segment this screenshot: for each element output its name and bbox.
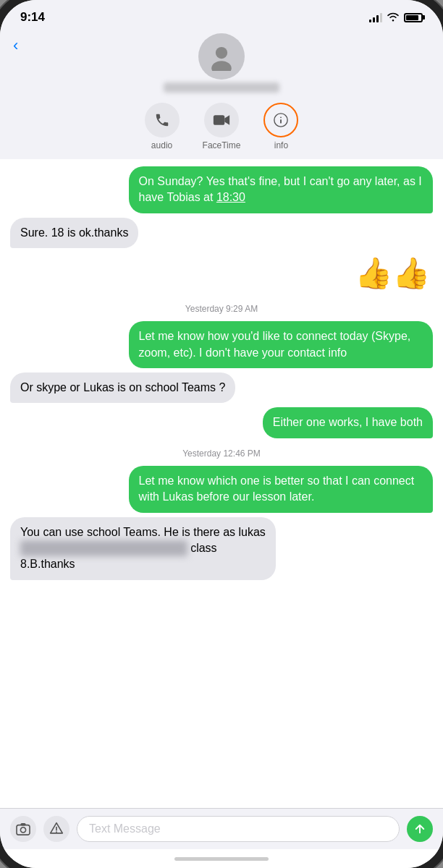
messages-area: On Sunday? Yes that's fine, but I can't …	[0, 159, 443, 808]
received-message-2: Or skype or Lukas is on school Teams ?	[10, 373, 235, 403]
app-store-button[interactable]	[43, 816, 69, 842]
svg-point-4	[281, 116, 282, 118]
audio-label: audio	[151, 140, 172, 150]
message-row: Let me know which one is better so that …	[10, 466, 433, 513]
facetime-button[interactable]: FaceTime	[203, 103, 241, 150]
phone-frame: 9:14 ‹	[0, 0, 443, 868]
svg-point-1	[211, 61, 232, 71]
svg-rect-8	[20, 823, 25, 826]
sent-message-1: On Sunday? Yes that's fine, but I can't …	[129, 166, 433, 213]
message-row: Or skype or Lukas is on school Teams ?	[10, 373, 433, 403]
svg-point-0	[216, 47, 227, 59]
timestamp-1: Yesterday 9:29 AM	[10, 304, 433, 314]
contact-name	[164, 82, 279, 93]
svg-point-10	[56, 831, 57, 833]
contact-header: ‹ audio	[0, 29, 443, 159]
msg2-text: Sure. 18 is ok.thanks	[20, 226, 128, 239]
sent-message-2: Let me know how you'd like to connect to…	[129, 321, 433, 368]
contact-actions: audio FaceTime	[145, 103, 299, 150]
signal-bars-icon	[369, 12, 382, 22]
message-row: Either one works, I have both	[10, 407, 433, 438]
svg-point-7	[20, 827, 25, 833]
camera-button[interactable]	[10, 816, 36, 842]
timestamp-2: Yesterday 12:46 PM	[10, 448, 433, 459]
status-bar: 9:14	[0, 0, 443, 29]
svg-rect-6	[17, 825, 30, 835]
audio-icon-circle	[145, 103, 180, 137]
message-row: On Sunday? Yes that's fine, but I can't …	[10, 166, 433, 213]
back-button[interactable]: ‹	[13, 36, 18, 55]
wifi-icon	[387, 12, 400, 24]
message-row: Sure. 18 is ok.thanks	[10, 218, 433, 248]
svg-rect-5	[281, 119, 282, 124]
sent-message-4: Let me know which one is better so that …	[129, 466, 433, 513]
status-icons	[369, 12, 423, 24]
info-label: info	[274, 140, 288, 150]
message-row: You can use school Teams. He is there as…	[10, 517, 433, 580]
info-button[interactable]: info	[263, 103, 298, 150]
input-placeholder: Text Message	[89, 822, 161, 835]
message-input[interactable]: Text Message	[77, 816, 400, 842]
message-row: Let me know how you'd like to connect to…	[10, 321, 433, 368]
received-message-1: Sure. 18 is ok.thanks	[10, 218, 138, 248]
emoji-row: 👍👍	[10, 255, 433, 291]
home-bar	[174, 857, 269, 861]
info-icon-circle	[263, 103, 298, 137]
svg-rect-2	[214, 115, 224, 125]
home-indicator	[0, 849, 443, 868]
emoji-thumbsup: 👍👍	[355, 255, 430, 291]
facetime-label: FaceTime	[203, 140, 241, 150]
avatar	[198, 33, 245, 80]
blurred-name: ████████████████████	[20, 540, 187, 556]
facetime-icon-circle	[204, 103, 239, 137]
audio-button[interactable]: audio	[145, 103, 180, 150]
send-button[interactable]	[407, 816, 433, 842]
status-time: 9:14	[20, 10, 45, 25]
input-bar: Text Message	[0, 808, 443, 849]
sent-message-3: Either one works, I have both	[263, 407, 433, 438]
battery-icon	[404, 13, 423, 22]
received-message-3: You can use school Teams. He is there as…	[10, 517, 276, 580]
